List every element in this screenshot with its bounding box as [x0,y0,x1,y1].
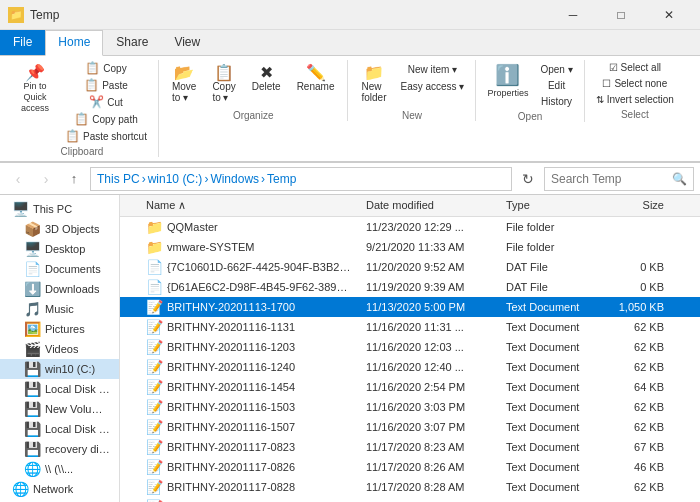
properties-button[interactable]: ℹ️ Properties [482,60,533,101]
select-group: ☑ Select all ☐ Select none ⇅ Invert sele… [585,60,685,120]
row-name-4: 📝 BRITHNY-20201113-1700 [140,297,360,317]
easy-access-button[interactable]: Easy access ▾ [395,79,469,94]
path-windows[interactable]: Windows [210,172,259,186]
copy-path-button[interactable]: 📋 Copy path [60,111,152,127]
select-buttons: ☑ Select all ☐ Select none ⇅ Invert sele… [591,60,679,107]
sidebar-item-12[interactable]: 💾recovery disk (K:) [0,439,119,459]
paste-button[interactable]: 📋 Paste [60,77,152,93]
row-name-14: 📝 BRITHNY-20201117-0829 [140,497,360,502]
sidebar-item-9[interactable]: 💾Local Disk (D:) [0,379,119,399]
sidebar-item-11[interactable]: 💾Local Disk (G:) [0,419,119,439]
refresh-button[interactable]: ↻ [516,167,540,191]
row-type-2: DAT File [500,259,600,275]
sidebar-item-10[interactable]: 💾New Volume (E:) [0,399,119,419]
ribbon: File Home Share View 📌 Pin to Quick acce… [0,30,700,163]
sidebar-item-3[interactable]: 📄Documents [0,259,119,279]
new-item-button[interactable]: New item ▾ [395,62,469,77]
invert-selection-button[interactable]: ⇅ Invert selection [591,92,679,107]
row-date-4: 11/13/2020 5:00 PM [360,299,500,315]
table-row[interactable]: 📝 BRITHNY-20201116-1454 11/16/2020 2:54 … [120,377,700,397]
open-buttons: ℹ️ Properties Open ▾ Edit History [482,60,577,109]
table-row[interactable]: 📁 QQMaster 11/23/2020 12:29 ... File fol… [120,217,700,237]
file-name-4: BRITHNY-20201113-1700 [167,301,295,313]
search-input[interactable] [551,172,668,186]
move-to-button[interactable]: 📂 Moveto ▾ [165,60,203,108]
table-row[interactable]: 📝 BRITHNY-20201113-1700 11/13/2020 5:00 … [120,297,700,317]
sidebar-icon-14: 🌐 [12,481,29,497]
table-row[interactable]: 📝 BRITHNY-20201116-1131 11/16/2020 11:31… [120,317,700,337]
table-row[interactable]: 📝 BRITHNY-20201116-1240 11/16/2020 12:40… [120,357,700,377]
minimize-button[interactable]: ─ [550,0,596,30]
sidebar-icon-5: 🎵 [24,301,41,317]
table-row[interactable]: 📝 BRITHNY-20201116-1503 11/16/2020 3:03 … [120,397,700,417]
sidebar-label-13: \\ (\\... [45,463,73,475]
close-button[interactable]: ✕ [646,0,692,30]
path-this-pc[interactable]: This PC [97,172,140,186]
table-row[interactable]: 📝 BRITHNY-20201117-0828 11/17/2020 8:28 … [120,477,700,497]
tab-file[interactable]: File [0,30,45,55]
sidebar-item-6[interactable]: 🖼️Pictures [0,319,119,339]
ribbon-content: 📌 Pin to Quick access 📋 Copy 📋 Paste ✂️ … [0,56,700,162]
organize-buttons: 📂 Moveto ▾ 📋 Copyto ▾ ✖ Delete ✏️ Rename [165,60,342,108]
row-type-10: Text Document [500,419,600,435]
table-row[interactable]: 📄 {D61AE6C2-D98F-4B45-9F62-389EEBB27A...… [120,277,700,297]
sidebar-item-8[interactable]: 💾win10 (C:) [0,359,119,379]
row-date-6: 11/16/2020 12:03 ... [360,339,500,355]
table-row[interactable]: 📁 vmware-SYSTEM 9/21/2020 11:33 AM File … [120,237,700,257]
table-row[interactable]: 📝 BRITHNY-20201116-1203 11/16/2020 12:03… [120,337,700,357]
paste-shortcut-button[interactable]: 📋 Paste shortcut [60,128,152,144]
row-size-9: 62 KB [600,399,670,415]
col-date-header[interactable]: Date modified [360,197,500,214]
edit-button[interactable]: Edit [535,78,577,93]
row-size-13: 62 KB [600,479,670,495]
new-folder-button[interactable]: 📁 Newfolder [354,60,393,108]
copy-to-button[interactable]: 📋 Copyto ▾ [205,60,242,108]
rename-button[interactable]: ✏️ Rename [290,60,342,97]
invert-icon: ⇅ [596,94,604,105]
back-button[interactable]: ‹ [6,167,30,191]
table-row[interactable]: 📝 BRITHNY-20201117-0823 11/17/2020 8:23 … [120,437,700,457]
sidebar-item-5[interactable]: 🎵Music [0,299,119,319]
sidebar-item-14[interactable]: 🌐Network [0,479,119,499]
select-none-button[interactable]: ☐ Select none [591,76,679,91]
up-button[interactable]: ↑ [62,167,86,191]
select-all-icon: ☑ [609,62,618,73]
col-type-header[interactable]: Type [500,197,600,214]
sidebar-item-1[interactable]: 📦3D Objects [0,219,119,239]
file-name-3: {D61AE6C2-D98F-4B45-9F62-389EEBB27A... [167,281,354,293]
sidebar-item-4[interactable]: ⬇️Downloads [0,279,119,299]
open-button[interactable]: Open ▾ [535,62,577,77]
table-row[interactable]: 📝 BRITHNY-20201117-0826 11/17/2020 8:26 … [120,457,700,477]
tab-view[interactable]: View [161,30,213,55]
select-all-button[interactable]: ☑ Select all [591,60,679,75]
tab-share[interactable]: Share [103,30,161,55]
table-row[interactable]: 📄 {7C10601D-662F-4425-904F-B3B2BC43E6...… [120,257,700,277]
table-row[interactable]: 📝 BRITHNY-20201116-1507 11/16/2020 3:07 … [120,417,700,437]
delete-button[interactable]: ✖ Delete [245,60,288,97]
sidebar-icon-7: 🎬 [24,341,41,357]
forward-button[interactable]: › [34,167,58,191]
address-path[interactable]: This PC › win10 (C:) › Windows › Temp [90,167,512,191]
table-row[interactable]: 📝 BRITHNY-20201117-0829 11/17/2020 8:29 … [120,497,700,502]
sidebar-item-2[interactable]: 🖥️Desktop [0,239,119,259]
delete-icon: ✖ [260,65,273,81]
sidebar-item-13[interactable]: 🌐\\ (\\... [0,459,119,479]
path-temp[interactable]: Temp [267,172,296,186]
copy-button[interactable]: 📋 Copy [60,60,152,76]
pin-button[interactable]: 📌 Pin to Quick access [12,60,58,118]
row-date-10: 11/16/2020 3:07 PM [360,419,500,435]
sidebar-item-0[interactable]: 🖥️This PC [0,199,119,219]
tab-home[interactable]: Home [45,30,103,56]
sidebar-item-7[interactable]: 🎬Videos [0,339,119,359]
cut-button[interactable]: ✂️ Cut [60,94,152,110]
col-name-header[interactable]: Name ∧ [140,197,360,214]
path-win10[interactable]: win10 (C:) [148,172,203,186]
paste-icon: 📋 [84,79,99,91]
row-date-1: 9/21/2020 11:33 AM [360,239,500,255]
maximize-button[interactable]: □ [598,0,644,30]
history-button[interactable]: History [535,94,577,109]
row-date-2: 11/20/2020 9:52 AM [360,259,500,275]
row-size-3: 0 KB [600,279,670,295]
row-size-11: 67 KB [600,439,670,455]
col-size-header[interactable]: Size [600,197,670,214]
